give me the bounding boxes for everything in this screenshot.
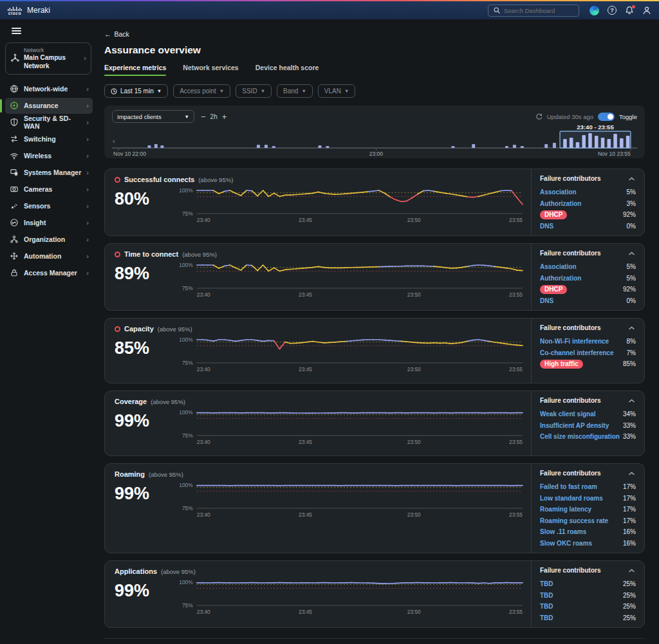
contributor-value: 0% bbox=[627, 223, 636, 230]
automation-icon bbox=[10, 252, 19, 261]
chevron-right-icon: › bbox=[84, 55, 86, 62]
contributor-value: 16% bbox=[623, 540, 636, 547]
contributor-row: Authorization3% bbox=[540, 198, 636, 210]
contributor-link-authorization[interactable]: Authorization bbox=[540, 200, 581, 207]
back-link[interactable]: ← Back bbox=[104, 30, 129, 38]
svg-text:23:40: 23:40 bbox=[197, 511, 210, 518]
contributor-link-dns[interactable]: DNS bbox=[540, 223, 553, 230]
contributor-link-co-channel-interference[interactable]: Co-channel interference bbox=[540, 349, 613, 356]
sidebar-item-insight[interactable]: Insight › bbox=[5, 215, 93, 231]
contributor-link-cell-size-misconfiguration[interactable]: Cell size misconfiguration bbox=[540, 433, 620, 440]
collapse-chevron-icon[interactable] bbox=[627, 470, 636, 477]
network-selector[interactable]: Network Main Campus Network › bbox=[5, 42, 91, 75]
network-name: Main Campus Network bbox=[24, 53, 80, 70]
contributor-link-failed-to-fast-roam[interactable]: Failed to fast roam bbox=[540, 483, 597, 490]
notifications-bell-icon[interactable] bbox=[625, 6, 634, 15]
chevron-right-icon: › bbox=[86, 253, 89, 260]
contributor-link-non-wi-fi-interference[interactable]: Non-Wi-Fi interference bbox=[540, 338, 609, 345]
svg-text:100%: 100% bbox=[179, 336, 193, 343]
svg-text:75%: 75% bbox=[182, 285, 193, 291]
menu-hamburger-icon[interactable] bbox=[12, 28, 21, 34]
collapse-chevron-icon[interactable] bbox=[627, 398, 636, 404]
sidebar-item-systems-manager[interactable]: Systems Manager › bbox=[5, 165, 93, 181]
tab-network-services[interactable]: Network services bbox=[183, 64, 238, 76]
contributor-link-high-traffic[interactable]: High traffic bbox=[540, 360, 583, 369]
contributor-link-association[interactable]: Association bbox=[540, 189, 577, 196]
security-shield-icon bbox=[10, 118, 19, 127]
search-input[interactable] bbox=[504, 7, 573, 14]
failure-contributors-panel: Failure contributors Non-Wi-Fi interfere… bbox=[531, 318, 644, 383]
systems-manager-icon bbox=[10, 168, 19, 177]
filter-access-point[interactable]: Access point▼ bbox=[173, 84, 230, 98]
svg-text:23:50: 23:50 bbox=[407, 291, 421, 298]
updated-label: Updated 30s ago bbox=[547, 113, 593, 120]
contributor-link-slow-okc-roams[interactable]: Slow OKC roams bbox=[540, 540, 592, 547]
chevron-right-icon: › bbox=[86, 102, 89, 109]
contributor-link-roaming-latency[interactable]: Roaming latency bbox=[540, 506, 591, 513]
svg-text:23:50: 23:50 bbox=[407, 609, 421, 615]
account-icon[interactable] bbox=[642, 6, 651, 15]
contributor-value: 92% bbox=[623, 211, 636, 218]
metric-cards: Successful connects (above 95%) 80% 100%… bbox=[104, 169, 645, 628]
collapse-chevron-icon[interactable] bbox=[627, 176, 636, 182]
filter-time-range[interactable]: Last 15 min▼ bbox=[104, 84, 168, 98]
filter-band[interactable]: Band▼ bbox=[277, 84, 313, 98]
contributor-link-dns[interactable]: DNS bbox=[540, 297, 553, 304]
contributor-link-tbd[interactable]: TBD bbox=[540, 592, 553, 599]
failure-contributors-panel: Failure contributors TBD25%TBD25%TBD25%T… bbox=[531, 561, 644, 627]
zoom-in-button[interactable]: + bbox=[222, 113, 227, 121]
sidebar-item-assurance[interactable]: Assurance › bbox=[5, 98, 93, 114]
tab-device-health-score[interactable]: Device health score bbox=[255, 64, 319, 76]
contributor-link-authorization[interactable]: Authorization bbox=[540, 275, 581, 282]
sidebar-item-sensors[interactable]: Sensors › bbox=[5, 198, 93, 214]
chevron-down-icon: ▼ bbox=[219, 88, 224, 94]
svg-text:75%: 75% bbox=[182, 360, 193, 366]
metric-chart: 100%75%23:4023:4523:5023:55 bbox=[174, 184, 526, 225]
svg-text:75%: 75% bbox=[182, 505, 193, 511]
filter-vlan[interactable]: VLAN▼ bbox=[318, 84, 356, 98]
metric-card-capacity: Capacity (above 95%) 85% 100%75%23:4023:… bbox=[104, 318, 645, 383]
sidebar-item-access-manager[interactable]: Access Manager › bbox=[5, 265, 93, 281]
timeline-chart[interactable]: ‹23:40 - 23:55Nov 10 22:0023:00Nov 10 23… bbox=[112, 124, 637, 158]
sidebar-item-wireless[interactable]: Wireless › bbox=[5, 148, 93, 164]
sidebar-item-security-sd-wan[interactable]: Security & SD-WAN › bbox=[5, 115, 93, 131]
contributor-link-low-standard-roams[interactable]: Low standard roams bbox=[540, 495, 603, 502]
contributor-value: 0% bbox=[627, 297, 636, 304]
sidebar-item-cameras[interactable]: Cameras › bbox=[5, 181, 93, 198]
svg-text:23:40: 23:40 bbox=[197, 291, 210, 298]
contributor-link-dhcp[interactable]: DHCP bbox=[540, 285, 567, 294]
contributor-link-insufficient-ap-density[interactable]: Insufficient AP density bbox=[540, 422, 609, 429]
help-icon[interactable]: ? bbox=[608, 6, 617, 15]
contributor-link-tbd[interactable]: TBD bbox=[540, 603, 553, 610]
live-toggle[interactable] bbox=[598, 113, 615, 121]
svg-text:23:50: 23:50 bbox=[407, 217, 421, 223]
webex-globe-icon[interactable] bbox=[589, 6, 599, 15]
sidebar-item-automation[interactable]: Automation › bbox=[5, 248, 93, 264]
svg-text:23:50: 23:50 bbox=[407, 366, 421, 373]
sidebar-item-network-wide[interactable]: Network-wide › bbox=[5, 81, 93, 97]
tab-experience-metrics[interactable]: Experience metrics bbox=[104, 64, 166, 76]
collapse-chevron-icon[interactable] bbox=[627, 325, 636, 331]
timeline-metric-select[interactable]: Impacted clients ▼ bbox=[112, 110, 194, 123]
refresh-icon[interactable] bbox=[535, 113, 543, 120]
contributor-link-weak-client-signal[interactable]: Weak client signal bbox=[540, 410, 596, 418]
contributor-link-tbd[interactable]: TBD bbox=[540, 580, 553, 587]
contributors-title: Failure contributors bbox=[540, 397, 600, 404]
sidebar-item-organization[interactable]: Organization › bbox=[5, 232, 93, 248]
contributor-link-tbd[interactable]: TBD bbox=[540, 614, 553, 621]
zoom-out-button[interactable]: − bbox=[201, 113, 206, 121]
collapse-chevron-icon[interactable] bbox=[627, 567, 636, 574]
contributor-row: DNS0% bbox=[540, 221, 636, 232]
filter-ssid[interactable]: SSID▼ bbox=[236, 84, 272, 98]
brand[interactable]: cisco Meraki bbox=[8, 6, 50, 15]
collapse-chevron-icon[interactable] bbox=[627, 250, 636, 257]
metric-card-coverage: Coverage (above 95%) 99% 100%75%23:4023:… bbox=[104, 391, 645, 456]
svg-text:23:55: 23:55 bbox=[509, 511, 523, 518]
search-box[interactable] bbox=[488, 5, 579, 17]
contributor-link-slow-11-roams[interactable]: Slow .11 roams bbox=[540, 528, 586, 535]
sidebar-item-switching[interactable]: Switching › bbox=[5, 131, 93, 147]
contributor-link-dhcp[interactable]: DHCP bbox=[540, 210, 567, 219]
contributor-value: 8% bbox=[627, 338, 636, 345]
contributor-link-roaming-success-rate[interactable]: Roaming success rate bbox=[540, 517, 608, 524]
contributor-link-association[interactable]: Association bbox=[540, 263, 577, 270]
